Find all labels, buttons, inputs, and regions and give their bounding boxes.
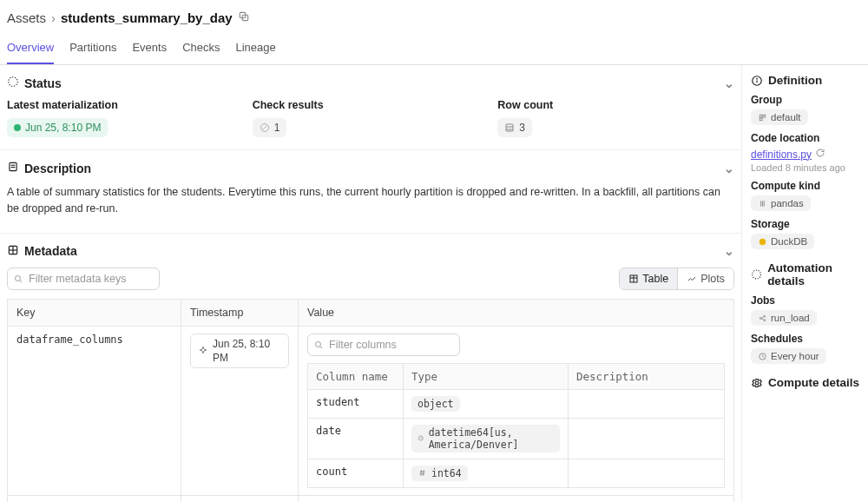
- definition-header[interactable]: Definition: [751, 74, 866, 87]
- query-value: SELECT * FROM public.students_summary_by…: [299, 495, 734, 502]
- view-table-button[interactable]: Table: [620, 268, 677, 289]
- tab-overview[interactable]: Overview: [7, 41, 54, 64]
- metadata-header[interactable]: Metadata ⌄: [7, 242, 734, 268]
- col-name: date: [308, 418, 404, 459]
- group-tag[interactable]: default: [751, 109, 808, 125]
- col-desc: [569, 389, 725, 418]
- row-count-value: 3: [519, 121, 525, 135]
- status-title: Status: [24, 76, 62, 90]
- svg-point-2: [9, 77, 18, 87]
- description-icon: [7, 161, 19, 175]
- columns-row: student object: [308, 389, 725, 418]
- compute-kind-tag[interactable]: pandas: [751, 195, 811, 211]
- view-plots-label: Plots: [700, 273, 725, 285]
- cols-header-desc: Description: [569, 363, 725, 389]
- schedules-tag[interactable]: Every hour: [751, 348, 826, 364]
- metadata-view-toggle: Table Plots: [619, 268, 734, 290]
- chevron-down-icon: ⌄: [724, 76, 734, 90]
- automation-title: Automation details: [767, 261, 866, 287]
- search-icon: [313, 340, 324, 350]
- status-header[interactable]: Status ⌄: [7, 74, 734, 99]
- svg-rect-36: [760, 117, 762, 120]
- chevron-down-icon: ⌄: [724, 162, 734, 175]
- meta-timestamp-cell: Jun 25, 8:10 PM: [181, 326, 299, 495]
- meta-timestamp-cell: Jun 25, 8:10 PM: [181, 495, 299, 502]
- info-icon: [751, 75, 763, 87]
- status-icon: [7, 76, 19, 90]
- tab-checks[interactable]: Checks: [182, 41, 220, 64]
- view-plots-button[interactable]: Plots: [677, 268, 733, 289]
- timestamp-pill[interactable]: Jun 25, 8:10 PM: [190, 334, 289, 368]
- group-icon: [758, 113, 767, 122]
- chevron-down-icon: ⌄: [724, 244, 734, 258]
- type-text: object: [418, 398, 454, 410]
- breadcrumb-root[interactable]: Assets: [7, 10, 46, 25]
- metadata-title: Metadata: [24, 244, 77, 258]
- compute-details-header[interactable]: Compute details: [751, 376, 866, 389]
- svg-line-46: [761, 318, 764, 320]
- columns-row: date datetime64[us, America/Denver]: [308, 418, 725, 459]
- jobs-tag[interactable]: run_load: [751, 310, 817, 326]
- metadata-filter-input[interactable]: [7, 268, 160, 290]
- latest-materialization-label: Latest materialization: [7, 99, 244, 111]
- type-text: datetime64[us, America/Denver]: [429, 426, 554, 451]
- check-results-label: Check results: [253, 99, 490, 111]
- latest-materialization-pill[interactable]: Jun 25, 8:10 PM: [7, 118, 108, 137]
- svg-point-14: [16, 275, 21, 281]
- check-results-pill[interactable]: 1: [253, 118, 287, 137]
- codeloc-link[interactable]: definitions.py: [751, 149, 812, 161]
- tab-events[interactable]: Events: [132, 41, 167, 64]
- row-count-pill[interactable]: 3: [497, 118, 532, 137]
- sidebar: Definition Group default Code location d…: [742, 65, 868, 502]
- compute-details-title: Compute details: [768, 376, 859, 389]
- col-timestamp: Timestamp: [181, 299, 299, 326]
- columns-filter-wrap: [307, 334, 460, 356]
- svg-line-4: [262, 126, 266, 130]
- automation-header[interactable]: Automation details: [751, 261, 866, 287]
- svg-point-42: [760, 317, 761, 319]
- columns-filter-input[interactable]: [307, 334, 460, 356]
- col-value: Value: [299, 299, 734, 326]
- search-icon: [13, 274, 23, 284]
- gear-icon: [751, 377, 763, 389]
- tab-lineage[interactable]: Lineage: [236, 41, 276, 64]
- breadcrumb: Assets › students_summary_by_day: [0, 0, 868, 29]
- copy-icon[interactable]: [238, 10, 250, 25]
- schedules-label: Schedules: [751, 333, 866, 345]
- refresh-icon[interactable]: [815, 148, 825, 161]
- cols-header-name: Column name: [308, 363, 404, 389]
- compute-kind-label: Compute kind: [751, 180, 866, 192]
- col-type-cell: datetime64[us, America/Denver]: [404, 418, 569, 459]
- storage-tag[interactable]: DuckDB: [751, 234, 814, 249]
- jobs-label: Jobs: [751, 294, 866, 307]
- pandas-icon: [758, 199, 767, 208]
- chevron-right-icon: ›: [51, 10, 56, 25]
- svg-point-50: [755, 381, 759, 385]
- svg-line-15: [20, 280, 22, 281]
- col-name: student: [308, 389, 404, 418]
- description-header[interactable]: Description ⌄: [7, 159, 734, 184]
- storage-label: Storage: [751, 218, 866, 230]
- duckdb-icon: [758, 237, 767, 247]
- codeloc-label: Code location: [751, 132, 866, 144]
- clock-icon: [418, 433, 424, 443]
- meta-key: dataframe_columns: [8, 326, 181, 495]
- description-body: A table of summary statistics for the st…: [7, 184, 734, 221]
- description-title: Description: [24, 162, 91, 175]
- breadcrumb-current: students_summary_by_day: [61, 10, 233, 25]
- svg-line-20: [320, 346, 322, 347]
- svg-rect-35: [763, 115, 766, 117]
- tab-partitions[interactable]: Partitions: [69, 41, 116, 64]
- svg-line-27: [423, 470, 424, 475]
- col-desc: [569, 418, 725, 459]
- svg-line-26: [421, 470, 422, 475]
- type-chip: datetime64[us, America/Denver]: [411, 425, 560, 452]
- metadata-table: Key Timestamp Value dataframe_columns Ju…: [7, 299, 734, 503]
- svg-point-19: [316, 341, 321, 347]
- row-count-label: Row count: [497, 99, 734, 111]
- svg-point-44: [764, 319, 766, 320]
- table-icon: [628, 274, 639, 284]
- hash-icon: [418, 468, 427, 478]
- cols-header-type: Type: [404, 363, 569, 389]
- col-key: Key: [8, 299, 181, 326]
